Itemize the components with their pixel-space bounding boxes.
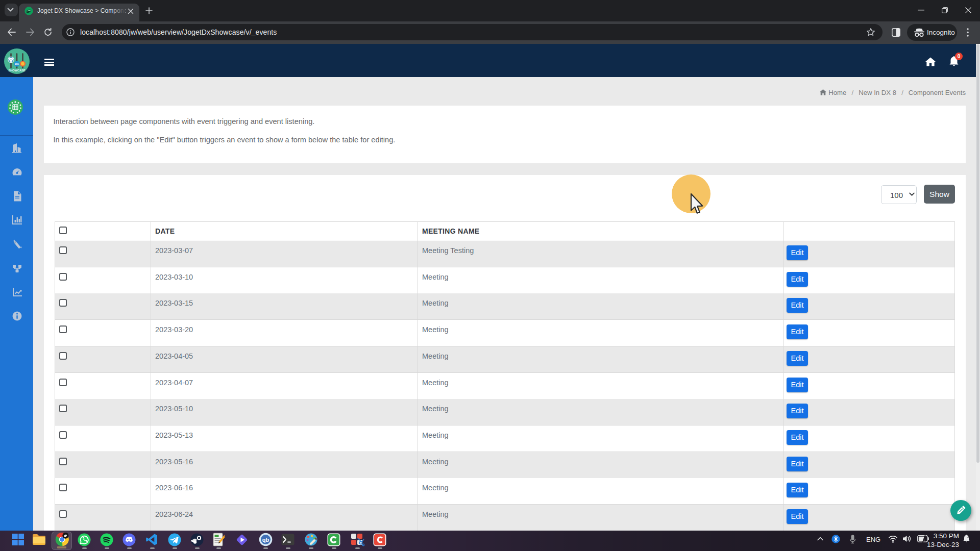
svg-text:DX: DX: [15, 62, 19, 65]
svg-text:qb: qb: [262, 537, 270, 543]
svg-text:SHOWCASE: SHOWCASE: [9, 69, 26, 72]
